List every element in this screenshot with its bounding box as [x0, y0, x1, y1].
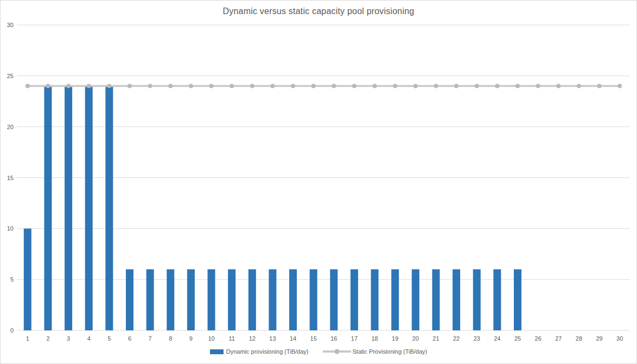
marker-day-5	[107, 84, 111, 88]
marker-day-21	[434, 84, 438, 88]
x-tick-label: 4	[87, 335, 91, 342]
bar-day-3	[65, 86, 72, 330]
x-tick-label: 12	[249, 335, 256, 342]
plot-area: 0510152025301234567891011121314151617181…	[1, 1, 636, 363]
x-tick-label: 28	[576, 335, 582, 342]
bar-day-25	[514, 269, 521, 330]
legend-marker-dot	[334, 349, 339, 354]
y-tick-label: 5	[10, 276, 14, 283]
x-tick-label: 17	[351, 335, 358, 342]
legend-label-static: Static Provisioning (TiB/day)	[353, 348, 428, 355]
marker-day-10	[209, 84, 214, 88]
bar-day-4	[85, 86, 93, 330]
marker-day-15	[311, 84, 316, 88]
bar-day-23	[473, 269, 481, 330]
x-tick-label: 15	[310, 335, 317, 342]
marker-day-4	[87, 84, 91, 88]
marker-day-3	[66, 84, 71, 88]
x-tick-label: 5	[107, 335, 111, 342]
bar-day-1	[24, 228, 31, 330]
bar-day-8	[167, 269, 174, 330]
legend-label-dynamic: Dynamic provisioning (TiB/day)	[226, 348, 309, 355]
marker-day-2	[46, 84, 50, 88]
x-tick-label: 10	[208, 335, 214, 342]
bar-day-18	[371, 269, 379, 330]
y-tick-label: 15	[7, 175, 14, 181]
x-tick-label: 13	[269, 335, 276, 342]
marker-day-17	[352, 84, 356, 88]
bar-day-14	[289, 269, 297, 330]
bar-day-5	[105, 86, 113, 330]
legend-swatch-dynamic-series	[210, 349, 224, 354]
bar-day-2	[44, 86, 52, 330]
marker-day-19	[393, 84, 397, 88]
legend-item-dynamic: Dynamic provisioning (TiB/day)	[210, 348, 309, 355]
bar-day-7	[146, 269, 154, 330]
bar-day-17	[351, 269, 358, 330]
bar-day-6	[126, 269, 133, 330]
bar-day-20	[412, 269, 419, 330]
marker-day-11	[230, 84, 234, 88]
y-tick-label: 25	[7, 73, 14, 79]
marker-day-1	[26, 84, 30, 88]
marker-day-16	[332, 84, 336, 88]
x-tick-label: 6	[128, 335, 131, 342]
marker-day-26	[536, 84, 540, 88]
marker-day-25	[515, 84, 520, 88]
x-tick-label: 16	[330, 335, 337, 342]
marker-day-22	[454, 84, 458, 88]
bar-day-16	[330, 269, 337, 330]
bar-day-19	[391, 269, 399, 330]
x-tick-label: 3	[67, 335, 70, 342]
bar-day-9	[187, 269, 195, 330]
x-tick-label: 29	[596, 335, 602, 342]
marker-day-29	[597, 84, 602, 88]
x-tick-label: 26	[535, 335, 542, 342]
y-tick-label: 0	[10, 327, 14, 334]
marker-day-7	[148, 84, 152, 88]
bar-day-22	[453, 269, 460, 330]
bar-day-11	[228, 269, 235, 330]
marker-day-30	[617, 84, 622, 88]
marker-day-6	[128, 84, 132, 88]
x-tick-label: 24	[494, 335, 500, 342]
bar-day-10	[208, 269, 215, 330]
x-tick-label: 8	[169, 335, 172, 342]
x-tick-label: 7	[149, 335, 152, 342]
marker-day-20	[413, 84, 418, 88]
bar-day-15	[310, 269, 317, 330]
x-tick-label: 20	[412, 335, 419, 342]
x-tick-label: 21	[432, 335, 439, 342]
marker-day-12	[250, 84, 254, 88]
x-tick-label: 11	[228, 335, 234, 342]
bar-day-24	[493, 269, 501, 330]
x-tick-label: 9	[189, 335, 193, 342]
marker-day-9	[189, 84, 193, 88]
legend-swatch-static-series	[323, 350, 351, 353]
x-tick-label: 25	[514, 335, 521, 342]
x-tick-label: 14	[290, 335, 296, 342]
y-tick-label: 30	[7, 22, 14, 28]
y-tick-label: 20	[7, 124, 14, 130]
legend-item-static: Static Provisioning (TiB/day)	[323, 348, 428, 355]
x-tick-label: 18	[371, 335, 378, 342]
legend: Dynamic provisioning (TiB/day) Static Pr…	[1, 348, 636, 355]
marker-day-23	[475, 84, 479, 88]
marker-day-13	[270, 84, 275, 88]
x-tick-label: 30	[616, 335, 623, 342]
y-tick-label: 10	[7, 225, 14, 232]
marker-day-8	[168, 84, 173, 88]
marker-day-24	[495, 84, 499, 88]
x-tick-label: 1	[26, 335, 29, 342]
marker-day-14	[291, 84, 295, 88]
marker-day-27	[556, 84, 560, 88]
x-tick-label: 27	[555, 335, 562, 342]
chart-frame: 0510152025301234567891011121314151617181…	[0, 0, 637, 364]
chart-title: Dynamic versus static capacity pool prov…	[1, 7, 636, 16]
marker-day-18	[373, 84, 377, 88]
marker-day-28	[577, 84, 581, 88]
x-tick-label: 23	[474, 335, 480, 342]
bar-day-21	[432, 269, 439, 330]
bar-day-13	[269, 269, 276, 330]
x-tick-label: 22	[453, 335, 460, 342]
